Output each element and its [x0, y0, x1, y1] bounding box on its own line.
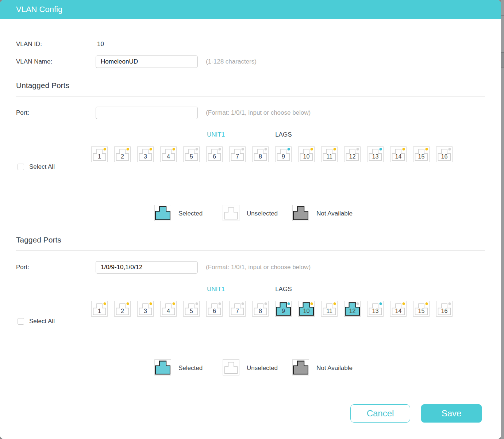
- untagged-port-16[interactable]: 16: [436, 146, 453, 162]
- port-row: Port: (Format: 1/0/1, input or choose be…: [16, 107, 485, 119]
- tab-lags[interactable]: LAGS: [275, 131, 292, 138]
- vlan-name-label: VLAN Name:: [16, 58, 96, 65]
- port-row: Port: (Format: 1/0/1, input or choose be…: [16, 261, 485, 274]
- legend-not_available-port-icon: [292, 359, 309, 377]
- untagged-port-10[interactable]: 10: [298, 146, 315, 162]
- legend-item-not_available: Not Available: [292, 359, 353, 377]
- svg-text:1: 1: [98, 153, 101, 160]
- svg-text:6: 6: [213, 308, 216, 314]
- tagged-port-input[interactable]: [96, 261, 198, 274]
- tagged-port-14[interactable]: 14: [390, 301, 407, 317]
- vlan-name-input[interactable]: [96, 56, 198, 68]
- tab-lags[interactable]: LAGS: [275, 286, 292, 293]
- link-status-dot: [380, 302, 382, 305]
- link-status-dot: [288, 302, 290, 305]
- dialog-actions: Cancel Save: [16, 404, 485, 423]
- link-status-dot: [357, 148, 359, 150]
- section-divider: [16, 251, 485, 251]
- untagged-port-9[interactable]: 9: [275, 146, 292, 162]
- svg-text:10: 10: [303, 153, 310, 160]
- tagged-port-11[interactable]: 11: [321, 301, 338, 317]
- untagged-port-13[interactable]: 13: [367, 146, 384, 162]
- link-status-dot: [150, 302, 152, 305]
- svg-text:2: 2: [121, 308, 124, 314]
- tagged-port-10[interactable]: 10: [298, 301, 315, 317]
- svg-text:12: 12: [349, 153, 356, 160]
- untagged-port-11[interactable]: 11: [321, 146, 338, 162]
- section-heading: Tagged Ports: [16, 236, 485, 244]
- untagged-port-1[interactable]: 1: [91, 146, 108, 162]
- untagged-port-7[interactable]: 7: [229, 146, 246, 162]
- legend: SelectedUnselectedNot Available: [154, 359, 485, 377]
- svg-text:11: 11: [326, 308, 332, 314]
- tagged-port-9[interactable]: 9: [275, 301, 292, 317]
- svg-text:4: 4: [167, 308, 170, 314]
- background-scrollbar[interactable]: [501, 0, 504, 439]
- tagged-port-13[interactable]: 13: [367, 301, 384, 317]
- svg-text:8: 8: [259, 153, 262, 160]
- legend-unselected-port-icon: [223, 359, 239, 377]
- svg-text:13: 13: [372, 308, 379, 314]
- link-status-dot: [173, 302, 175, 305]
- svg-text:5: 5: [190, 153, 193, 160]
- link-status-dot: [449, 302, 451, 305]
- tagged-port-6[interactable]: 6: [206, 301, 223, 317]
- legend-label: Unselected: [247, 210, 278, 217]
- svg-text:14: 14: [395, 308, 402, 314]
- svg-text:4: 4: [167, 153, 170, 160]
- svg-text:12: 12: [349, 308, 356, 314]
- legend-item-not_available: Not Available: [292, 205, 353, 222]
- link-status-dot: [334, 302, 336, 305]
- svg-text:3: 3: [144, 308, 147, 314]
- link-status-dot: [403, 148, 405, 150]
- tagged-port-4[interactable]: 4: [160, 301, 177, 317]
- ports-grid: 12345678910111213141516: [91, 146, 485, 162]
- untagged-port-14[interactable]: 14: [390, 146, 407, 162]
- tagged-port-16[interactable]: 16: [436, 301, 453, 317]
- link-status-dot: [219, 302, 221, 305]
- svg-text:14: 14: [395, 153, 402, 160]
- tagged-port-2[interactable]: 2: [114, 301, 131, 317]
- svg-text:9: 9: [282, 308, 285, 314]
- untagged-port-2[interactable]: 2: [114, 146, 131, 162]
- untagged-port-5[interactable]: 5: [183, 146, 200, 162]
- untagged-port-6[interactable]: 6: [206, 146, 223, 162]
- tagged-port-15[interactable]: 15: [413, 301, 430, 317]
- select-all-checkbox[interactable]: [18, 164, 24, 170]
- untagged-port-4[interactable]: 4: [160, 146, 177, 162]
- untagged-port-8[interactable]: 8: [252, 146, 269, 162]
- cancel-button[interactable]: Cancel: [350, 404, 410, 423]
- tab-unit1[interactable]: UNIT1: [207, 131, 225, 138]
- dialog-body: VLAN ID: 10 VLAN Name: (1-128 characters…: [0, 19, 501, 423]
- link-status-dot: [127, 148, 129, 150]
- tab-unit1[interactable]: UNIT1: [207, 286, 225, 293]
- link-status-dot: [426, 302, 428, 305]
- untagged-ports-section: Untagged Ports Port: (Format: 1/0/1, inp…: [16, 81, 485, 222]
- tagged-port-5[interactable]: 5: [183, 301, 200, 317]
- link-status-dot: [265, 302, 267, 305]
- svg-text:7: 7: [236, 308, 239, 314]
- tagged-port-12[interactable]: 12: [344, 301, 361, 317]
- tagged-port-7[interactable]: 7: [229, 301, 246, 317]
- tagged-port-3[interactable]: 3: [137, 301, 154, 317]
- dialog-title: VLAN Config: [16, 5, 62, 14]
- svg-text:2: 2: [121, 153, 124, 160]
- link-status-dot: [311, 148, 313, 150]
- untagged-port-12[interactable]: 12: [344, 146, 361, 162]
- tagged-port-1[interactable]: 1: [91, 301, 108, 317]
- untagged-port-15[interactable]: 15: [413, 146, 430, 162]
- svg-text:6: 6: [213, 153, 216, 160]
- link-status-dot: [311, 302, 313, 305]
- link-status-dot: [219, 148, 221, 150]
- untagged-port-input[interactable]: [96, 107, 198, 119]
- svg-text:11: 11: [326, 153, 332, 160]
- svg-text:15: 15: [418, 308, 425, 314]
- select-all-checkbox[interactable]: [18, 318, 24, 325]
- untagged-port-3[interactable]: 3: [137, 146, 154, 162]
- save-button[interactable]: Save: [421, 404, 482, 423]
- section-heading: Untagged Ports: [16, 81, 485, 90]
- select-all: Select All: [18, 318, 55, 325]
- link-status-dot: [196, 302, 198, 305]
- tagged-port-8[interactable]: 8: [252, 301, 269, 317]
- svg-text:13: 13: [372, 153, 379, 160]
